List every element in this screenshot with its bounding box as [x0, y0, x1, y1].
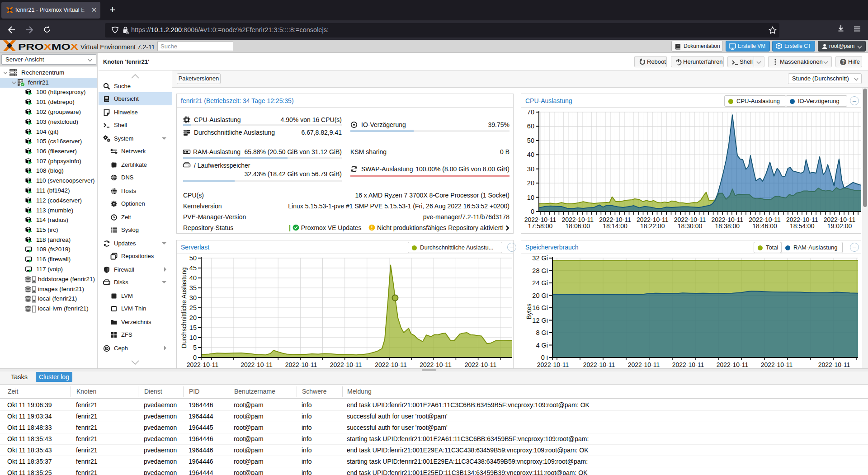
svg-text:2022-10-11: 2022-10-11 — [717, 361, 749, 368]
svg-text:16 Gi: 16 Gi — [532, 304, 548, 311]
svg-text:2022-10-11: 2022-10-11 — [761, 361, 793, 368]
svg-text:50: 50 — [527, 137, 534, 144]
svg-text:8 Gi: 8 Gi — [536, 329, 548, 336]
svg-text:2022-10-11: 2022-10-11 — [241, 361, 273, 368]
svg-text:2022-10-11: 2022-10-11 — [672, 361, 704, 368]
svg-text:25: 25 — [189, 304, 197, 311]
svg-text:30: 30 — [189, 294, 197, 301]
svg-text:28 Gi: 28 Gi — [532, 267, 548, 274]
svg-text:0: 0 — [193, 354, 197, 361]
svg-text:32 Gi: 32 Gi — [532, 254, 548, 262]
svg-text:2022-10-11: 2022-10-11 — [330, 361, 362, 368]
svg-text:18:54:00: 18:54:00 — [790, 222, 815, 230]
svg-text:10: 10 — [527, 194, 534, 201]
svg-text:45: 45 — [189, 264, 197, 272]
svg-text:2022-10-11: 2022-10-11 — [818, 361, 850, 368]
svg-text:20 Gi: 20 Gi — [532, 292, 548, 299]
svg-text:10: 10 — [189, 334, 197, 341]
svg-text:40: 40 — [527, 151, 534, 158]
svg-text:50: 50 — [189, 254, 197, 262]
svg-text:24 Gi: 24 Gi — [532, 279, 548, 287]
svg-text:18:06:00: 18:06:00 — [566, 222, 590, 230]
svg-text:2022-10-11: 2022-10-11 — [420, 361, 452, 368]
svg-text:2022-10-11: 2022-10-11 — [375, 361, 407, 368]
svg-text:Durchschnittliche Auslastung: Durchschnittliche Auslastung — [180, 268, 188, 348]
svg-text:18:30:00: 18:30:00 — [678, 222, 703, 230]
svg-text:18:22:00: 18:22:00 — [640, 222, 665, 230]
svg-text:40: 40 — [189, 274, 197, 282]
svg-text:4 Gi: 4 Gi — [536, 342, 548, 349]
svg-text:2022-10-11: 2022-10-11 — [187, 361, 219, 368]
svg-text:18:46:00: 18:46:00 — [752, 222, 777, 230]
svg-text:18:38:00: 18:38:00 — [715, 222, 740, 230]
svg-text:2022-10-11: 2022-10-11 — [285, 361, 317, 368]
svg-text:20: 20 — [527, 179, 534, 187]
svg-text:Bytes: Bytes — [525, 303, 533, 319]
svg-text:2022-10-11: 2022-10-11 — [465, 361, 497, 368]
svg-text:5: 5 — [193, 344, 197, 351]
svg-text:15: 15 — [189, 324, 197, 331]
svg-text:0: 0 — [531, 208, 534, 215]
svg-text:12 Gi: 12 Gi — [532, 317, 548, 324]
svg-text:0 i: 0 i — [541, 354, 548, 361]
svg-text:2022-10-11: 2022-10-11 — [537, 361, 569, 368]
svg-text:?: ? — [842, 59, 845, 65]
svg-text:60: 60 — [527, 122, 534, 130]
svg-text:2022-10-11: 2022-10-11 — [583, 361, 615, 368]
svg-text:18:14:00: 18:14:00 — [603, 222, 627, 230]
svg-text:30: 30 — [527, 165, 534, 173]
svg-text:2022-10-11: 2022-10-11 — [628, 361, 660, 368]
svg-text:35: 35 — [189, 284, 197, 292]
svg-text:20: 20 — [189, 314, 197, 321]
svg-text:19:02:00: 19:02:00 — [827, 222, 852, 230]
svg-text:70: 70 — [527, 108, 534, 116]
svg-text:17:58:00: 17:58:00 — [528, 222, 553, 230]
